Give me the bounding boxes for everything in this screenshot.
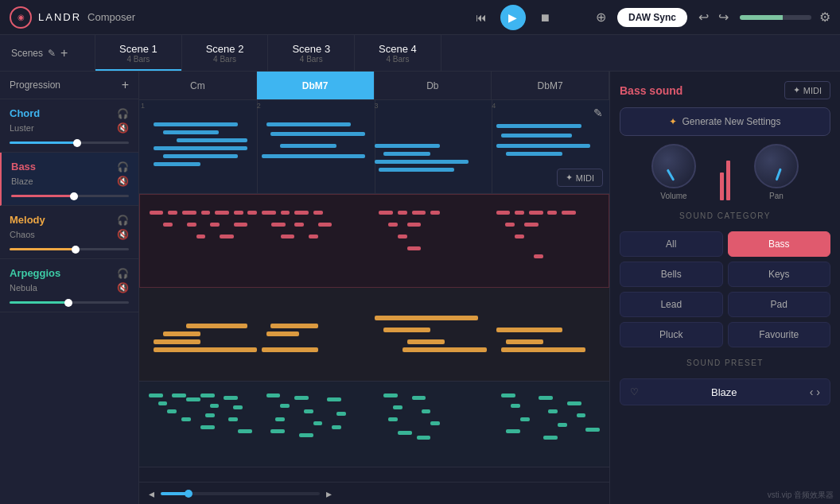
undo-button[interactable]: ↩	[695, 6, 712, 28]
scene-tab-4[interactable]: Scene 4 4 Bars	[355, 35, 441, 71]
knobs-row: Volume Pan	[620, 144, 830, 200]
chord-volume-thumb[interactable]	[73, 139, 81, 147]
generate-settings-button[interactable]: ✦ Generate New Settings	[620, 107, 830, 136]
melody-headphone-icon[interactable]: 🎧	[117, 215, 129, 226]
chord-headphone-icon[interactable]: 🎧	[117, 108, 129, 119]
bass-note	[281, 235, 295, 238]
melody-track-icons: 🎧	[117, 215, 129, 226]
bass-volume-slider[interactable]	[11, 195, 129, 197]
melody-volume-slider[interactable]	[10, 248, 129, 250]
bass-note	[379, 211, 393, 215]
arp-note	[270, 429, 285, 433]
category-lead[interactable]: Lead	[620, 292, 723, 317]
skip-back-button[interactable]: ⏮	[470, 6, 492, 29]
redo-button[interactable]: ↪	[715, 6, 732, 28]
arp-mute-icon[interactable]: 🔇	[117, 282, 129, 293]
melody-preset-name: Chaos	[10, 230, 35, 239]
arp-volume-slider[interactable]	[10, 301, 129, 304]
melody-note	[375, 316, 478, 320]
generate-label: Generate New Settings	[682, 116, 780, 127]
melody-note	[154, 339, 200, 344]
preset-prev-button[interactable]: ‹	[810, 386, 814, 398]
arp-note	[294, 396, 309, 400]
scene-edit-icon[interactable]: ✎	[48, 48, 56, 59]
timeline-scrollbar[interactable]	[161, 492, 320, 495]
melody-volume-thumb[interactable]	[72, 246, 80, 254]
arp-note	[304, 409, 313, 413]
melody-note	[501, 347, 585, 352]
chord-track-sub: Luster 🔇	[10, 122, 129, 134]
scene-tab-1[interactable]: Scene 1 4 Bars	[95, 35, 182, 71]
timeline-scroll-thumb[interactable]	[185, 490, 192, 498]
arp-note	[558, 423, 567, 427]
play-button[interactable]: ▶	[500, 5, 526, 30]
arp-note	[228, 417, 238, 421]
arp-note	[266, 394, 281, 397]
add-scene-button[interactable]: +	[60, 46, 68, 60]
chord-track-sidebar: Chord 🎧 Luster 🔇	[0, 99, 138, 153]
bass-note	[294, 223, 304, 227]
bass-track-sub: Blaze 🔇	[11, 176, 129, 187]
bass-note	[309, 235, 318, 238]
chord-mute-icon[interactable]: 🔇	[117, 122, 129, 134]
scene-bar: Scenes ✎ + Scene 1 4 Bars Scene 2 4 Bars…	[0, 35, 840, 72]
category-all[interactable]: All	[620, 231, 723, 257]
midi-button[interactable]: ✦ MIDI	[784, 81, 830, 99]
settings-icon[interactable]: ⚙	[819, 10, 830, 25]
melody-mute-icon[interactable]: 🔇	[117, 229, 129, 240]
category-bells[interactable]: Bells	[620, 262, 723, 287]
timeline-next-button[interactable]: ▸	[326, 487, 332, 500]
bottom-bar: ◂ ▸	[139, 482, 609, 504]
arp-track-sub: Nebula 🔇	[10, 282, 129, 293]
scene-tab-2[interactable]: Scene 2 4 Bars	[182, 35, 269, 71]
category-grid: All Bass Bells Keys Lead Pad Pluck Favou…	[620, 231, 830, 347]
daw-sync-button[interactable]: DAW Sync	[617, 8, 687, 27]
bass-mute-icon[interactable]: 🔇	[117, 176, 129, 187]
bass-volume-thumb[interactable]	[70, 192, 78, 200]
pan-knob[interactable]	[754, 144, 799, 188]
scene-tab-3[interactable]: Scene 3 4 Bars	[268, 35, 355, 71]
bass-note	[281, 211, 290, 215]
bass-track-icons: 🎧	[117, 161, 129, 173]
arp-headphone-icon[interactable]: 🎧	[117, 268, 129, 279]
chord-edit-icon[interactable]: ✎	[593, 107, 603, 119]
category-favourite[interactable]: Favourite	[728, 322, 831, 347]
chord-note	[379, 168, 454, 172]
bass-note	[234, 211, 243, 215]
arp-volume-thumb[interactable]	[64, 299, 72, 307]
preset-next-button[interactable]: ›	[816, 386, 820, 398]
bass-headphone-icon[interactable]: 🎧	[117, 161, 129, 173]
category-keys[interactable]: Keys	[728, 262, 831, 287]
volume-knob[interactable]	[651, 144, 696, 188]
chord-midi-button[interactable]: ✦ MIDI	[557, 169, 603, 187]
arp-note	[412, 396, 426, 400]
pan-knob-wrap: Pan	[754, 144, 799, 200]
chord-note	[154, 162, 200, 166]
add-progression-button[interactable]: +	[122, 78, 129, 92]
bass-note	[505, 223, 515, 227]
melody-note	[402, 347, 487, 352]
chord-volume-slider[interactable]	[10, 142, 129, 144]
category-pad[interactable]: Pad	[728, 292, 831, 317]
stop-button[interactable]: ⏹	[534, 6, 556, 29]
preset-favorite-icon[interactable]: ♡	[630, 386, 639, 397]
arp-note	[539, 396, 553, 400]
chord-cell-1[interactable]: DbM7	[257, 72, 375, 99]
chord-note	[496, 144, 590, 148]
category-bass[interactable]: Bass	[728, 231, 831, 257]
arp-note	[501, 394, 515, 397]
chord-note	[506, 152, 562, 156]
arp-note	[167, 409, 177, 413]
chord-note	[375, 160, 469, 164]
midi-btn-label: MIDI	[803, 86, 822, 95]
category-pluck[interactable]: Pluck	[620, 322, 723, 347]
chord-cell-0[interactable]: Cm	[139, 72, 257, 99]
chord-cell-2[interactable]: Db	[375, 72, 492, 99]
volume-label: Volume	[660, 192, 686, 200]
timeline-prev-button[interactable]: ◂	[149, 487, 154, 500]
bass-preset-name: Blaze	[11, 176, 33, 186]
globe-icon[interactable]: ⊕	[596, 10, 606, 25]
arp-note	[210, 404, 220, 408]
chord-cell-3[interactable]: DbM7	[492, 72, 609, 99]
chord-note	[501, 134, 572, 138]
